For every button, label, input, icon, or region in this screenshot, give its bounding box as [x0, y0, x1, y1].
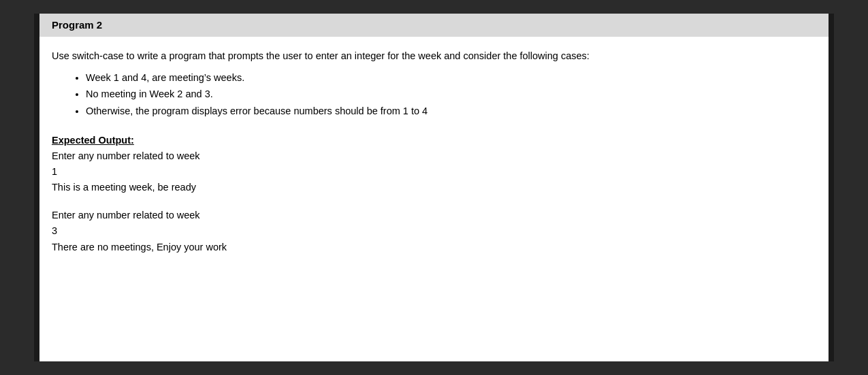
program-header: Program 2	[39, 14, 829, 37]
output-block-2-line-1: Enter any number related to week	[52, 208, 816, 223]
main-content: Use switch-case to write a program that …	[39, 37, 829, 274]
output-block-1: Enter any number related to week 1 This …	[52, 148, 816, 196]
output-block-2: Enter any number related to week 3 There…	[52, 208, 816, 255]
left-border	[34, 14, 39, 361]
page-container: Program 2 Use switch-case to write a pro…	[34, 14, 834, 361]
output-block-1-line-3: This is a meeting week, be ready	[52, 180, 816, 195]
program-title: Program 2	[52, 19, 102, 31]
expected-output-section: Expected Output: Enter any number relate…	[52, 135, 816, 255]
right-border	[829, 14, 834, 361]
description-intro: Use switch-case to write a program that …	[52, 49, 816, 64]
output-block-1-line-1: Enter any number related to week	[52, 148, 816, 164]
bullet-item-2: No meeting in Week 2 and 3.	[86, 86, 816, 103]
bullet-item-1: Week 1 and 4, are meeting’s weeks.	[86, 69, 816, 86]
bullet-item-3: Otherwise, the program displays error be…	[86, 103, 816, 120]
content-area: Program 2 Use switch-case to write a pro…	[39, 14, 829, 361]
bullet-list: Week 1 and 4, are meeting’s weeks. No me…	[52, 69, 816, 120]
output-block-2-line-3: There are no meetings, Enjoy your work	[52, 240, 816, 255]
output-block-1-line-2: 1	[52, 164, 816, 180]
expected-output-title: Expected Output:	[52, 135, 816, 146]
output-block-2-line-2: 3	[52, 223, 816, 239]
